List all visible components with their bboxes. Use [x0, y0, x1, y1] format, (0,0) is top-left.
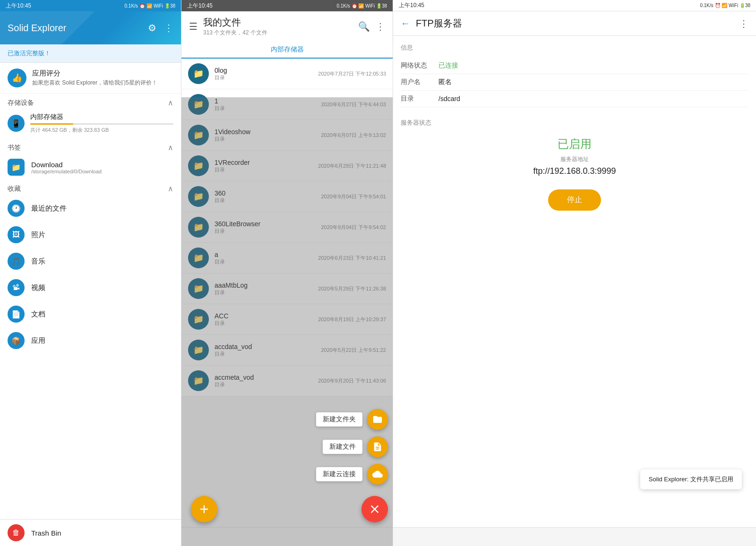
rating-text: 应用评分 如果您喜欢 Solid Explorer，请给我们5星的评价！ [32, 69, 173, 87]
file-item[interactable]: 📁 accmeta_vod 目录 2020年9月20日 下午11:43:06 [181, 366, 393, 396]
apps-nav[interactable]: 📦 应用 [0, 327, 181, 354]
file-date: 2020年6月27日 下午6:44:03 [321, 101, 386, 108]
search-icon[interactable]: 🔍 [358, 21, 370, 32]
folder-icon: 📁 [188, 340, 209, 360]
download-nav-item[interactable]: 📁 Download /storage/emulated/0/Download [0, 154, 181, 180]
ftp-content: 信息 网络状态 已连接 用户名 匿名 目录 /sdcard 服务器状态 已启用 … [393, 36, 756, 527]
network-status-row: 网络状态 已连接 [401, 58, 748, 74]
username-key: 用户名 [401, 78, 438, 86]
file-item[interactable]: 📁 aaaMtbLog 目录 2020年5月29日 下午11:26:38 [181, 273, 393, 304]
file-item[interactable]: 📁 1 目录 2020年6月27日 下午6:44:03 [181, 89, 393, 120]
server-addr-label: 服务器地址 [401, 155, 748, 163]
collections-chevron[interactable]: ∧ [168, 184, 173, 193]
files-actions: 🔍 ⋮ [358, 21, 385, 32]
file-type: 目录 [215, 105, 315, 112]
file-item[interactable]: 📁 a 目录 2020年6月23日 下午10:41:21 [181, 243, 393, 273]
server-status-title: 服务器状态 [401, 119, 748, 127]
server-status-section: 服务器状态 已启用 服务器地址 ftp://192.168.0.3:9999 停… [401, 119, 748, 211]
ftp-title: FTP服务器 [416, 17, 733, 30]
folder-icon: 📁 [188, 155, 209, 176]
bottom-nav-3 [393, 527, 756, 546]
new-cloud-option[interactable]: 新建云连接 [316, 464, 388, 485]
file-item[interactable]: 📁 1Videoshow 目录 2020年6月07日 上午9:13:02 [181, 120, 393, 151]
storage-info-text: 共计 464.52 GB，剩余 323.83 GB [30, 127, 173, 134]
music-nav[interactable]: 🎵 音乐 [0, 248, 181, 274]
file-date: 2020年5月22日 上午9:51:22 [321, 347, 386, 354]
files-title-area: 我的文件 313 个文件夹，42 个文件 [203, 16, 352, 37]
file-info: 1VRecorder 目录 [215, 159, 312, 173]
folder-icon: 📁 [188, 247, 209, 268]
file-name: accmeta_vod [215, 374, 312, 381]
toast-notification: Solid Explorer: 文件共享已启用 [640, 469, 742, 489]
photos-icon: 🖼 [8, 226, 25, 243]
bottom-nav-2 [181, 527, 393, 546]
file-date: 2020年6月07日 上午9:13:02 [321, 132, 386, 139]
file-name: a [215, 251, 312, 258]
recent-icon: 🕐 [8, 200, 25, 217]
folder-icon: 📁 [188, 217, 209, 238]
recent-files-nav[interactable]: 🕐 最近的文件 [0, 195, 181, 222]
internal-storage-item[interactable]: 📱 内部存储器 共计 464.52 GB，剩余 323.83 GB [0, 109, 181, 139]
file-info: aaaMtbLog 目录 [215, 282, 312, 296]
more-icon[interactable]: ⋮ [164, 22, 173, 34]
trash-nav[interactable]: 🗑 Trash Bin [0, 519, 181, 546]
storage-name: 内部存储器 [30, 113, 173, 121]
files-more-icon[interactable]: ⋮ [376, 21, 385, 32]
file-item[interactable]: 📁 1VRecorder 目录 2020年6月29日 下午11:21:48 [181, 151, 393, 181]
file-date: 2020年5月29日 下午11:26:38 [318, 285, 386, 292]
directory-row: 目录 /sdcard [401, 91, 748, 107]
username-row: 用户名 匿名 [401, 74, 748, 91]
bookmarks-section-header: 书签 ∧ [0, 139, 181, 154]
file-item[interactable]: 📁 360 目录 2020年9月04日 下午9:54:01 [181, 181, 393, 212]
storage-tab[interactable]: 内部存储器 [181, 42, 393, 59]
file-info: accmeta_vod 目录 [215, 374, 312, 388]
fab-close-button[interactable] [361, 496, 388, 522]
settings-icon[interactable]: ⚙ [148, 22, 156, 34]
photos-nav[interactable]: 🖼 照片 [0, 222, 181, 248]
collections-section-header: 收藏 ∧ [0, 180, 181, 195]
files-subtitle: 313 个文件夹，42 个文件 [203, 29, 352, 37]
video-nav[interactable]: 📽 视频 [0, 274, 181, 301]
docs-label: 文档 [31, 310, 45, 319]
file-item[interactable]: 📁 0log 目录 2020年7月27日 下午12:05:33 [181, 59, 393, 89]
file-date: 2020年6月23日 下午10:41:21 [318, 255, 386, 262]
file-item[interactable]: 📁 ACC 目录 2020年8月19日 上午10:29:37 [181, 304, 393, 335]
status-bar-1: 上午10:45 0.1K/s ⏰ 📶 WiFi 🔋38 [0, 0, 181, 11]
hamburger-icon[interactable]: ☰ [189, 21, 198, 32]
stop-button[interactable]: 停止 [548, 189, 601, 211]
info-section-title: 信息 [401, 43, 748, 52]
storage-chevron[interactable]: ∧ [168, 98, 173, 107]
rating-icon: 👍 [8, 68, 26, 87]
new-cloud-btn[interactable] [367, 464, 388, 485]
file-date: 2020年9月04日 下午9:54:02 [321, 224, 386, 231]
new-folder-option[interactable]: 新建文件夹 [316, 409, 388, 430]
new-file-option[interactable]: 新建文件 [323, 436, 388, 457]
trash-icon: 🗑 [8, 524, 25, 541]
file-item[interactable]: 📁 360LiteBrowser 目录 2020年9月04日 下午9:54:02 [181, 212, 393, 243]
download-label: Download [31, 161, 102, 169]
file-info: 1 目录 [215, 97, 315, 112]
ftp-more-icon[interactable]: ⋮ [739, 18, 748, 29]
toast-text: Solid Explorer: 文件共享已启用 [649, 476, 733, 483]
folder-icon: 📁 [188, 186, 209, 207]
new-folder-btn[interactable] [367, 409, 388, 430]
files-panel: 上午10:45 0.1K/s ⏰ 📶 WiFi 🔋38 ☰ 我的文件 313 个… [181, 0, 393, 546]
rating-section[interactable]: 👍 应用评分 如果您喜欢 Solid Explorer，请给我们5星的评价！ [0, 63, 181, 94]
music-label: 音乐 [31, 257, 45, 266]
new-folder-label: 新建文件夹 [316, 412, 362, 427]
docs-nav[interactable]: 📄 文档 [0, 301, 181, 327]
file-name: aaaMtbLog [215, 282, 312, 289]
file-item[interactable]: 📁 accdata_vod 目录 2020年5月22日 上午9:51:22 [181, 335, 393, 366]
new-file-btn[interactable] [367, 436, 388, 457]
file-name: 360 [215, 189, 315, 197]
video-label: 视频 [31, 283, 45, 292]
fab-add-button[interactable] [191, 496, 217, 522]
bookmarks-chevron[interactable]: ∧ [168, 143, 173, 152]
storage-progress [30, 123, 173, 125]
back-button[interactable]: ← [401, 18, 410, 29]
file-name: 1 [215, 97, 315, 105]
username-value: 匿名 [438, 78, 452, 86]
file-date: 2020年7月27日 下午12:05:33 [318, 70, 386, 77]
file-type: 目录 [215, 258, 312, 265]
file-info: 1Videoshow 目录 [215, 128, 315, 143]
